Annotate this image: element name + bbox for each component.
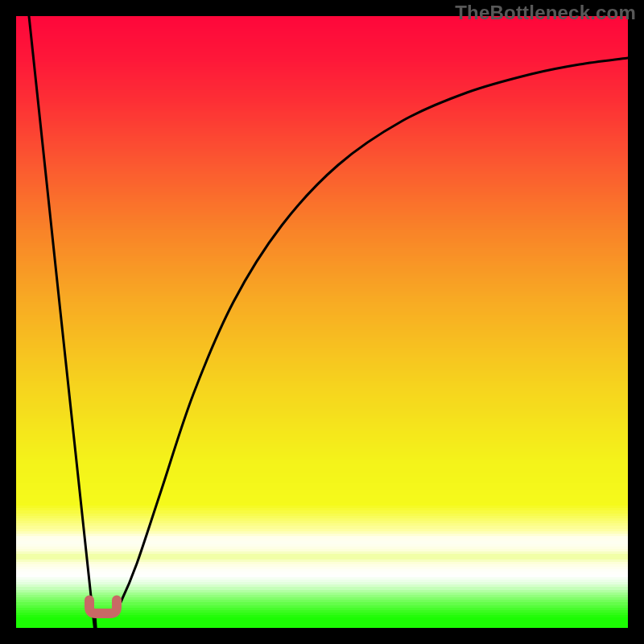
plot-area <box>16 16 628 628</box>
watermark-text: TheBottleneck.com <box>455 2 636 24</box>
bottleneck-curve <box>29 16 628 628</box>
minimum-marker <box>89 600 117 613</box>
curve-layer <box>16 16 628 628</box>
chart-frame: TheBottleneck.com <box>0 0 644 644</box>
